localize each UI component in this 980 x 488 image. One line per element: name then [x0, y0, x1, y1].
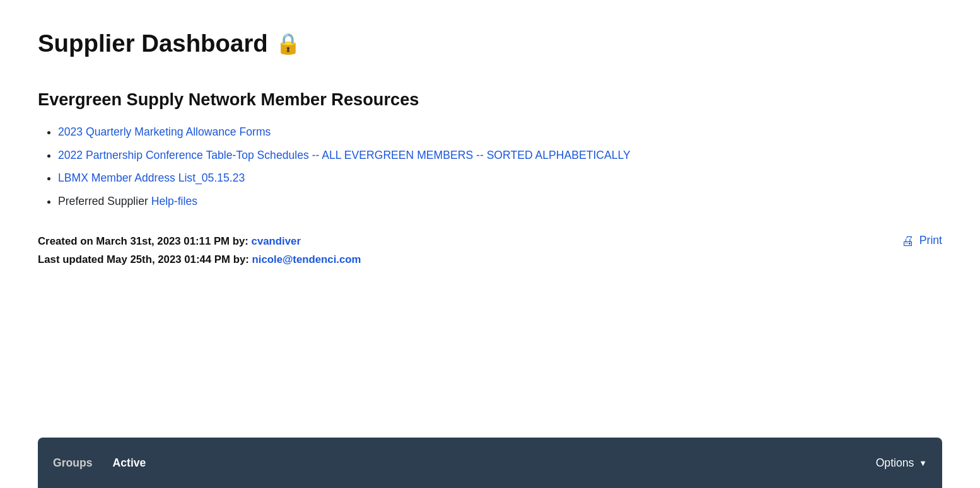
created-user[interactable]: cvandiver [252, 235, 301, 247]
resource-link-4[interactable]: Help-files [151, 195, 197, 207]
page-title-row: Supplier Dashboard 🔒 [38, 25, 942, 62]
resource-link-2[interactable]: 2022 Partnership Conference Table-Top Sc… [58, 149, 631, 161]
page-wrapper: Supplier Dashboard 🔒 Evergreen Supply Ne… [0, 0, 980, 488]
print-label: Print [919, 234, 942, 247]
printer-icon: 🖨 [901, 233, 914, 248]
lock-icon: 🔒 [276, 28, 301, 59]
list-item: 2023 Quarterly Marketing Allowance Forms [58, 124, 942, 140]
bottom-bar: Groups Active Options ▼ [38, 438, 942, 488]
updated-label: Last updated May 25th, 2023 01:44 PM by: [38, 253, 249, 265]
list-item: LBMX Member Address List_05.15.23 [58, 170, 942, 186]
bottom-bar-left: Groups Active [53, 455, 146, 471]
list-item: 2022 Partnership Conference Table-Top Sc… [58, 147, 942, 163]
resource-link-1[interactable]: 2023 Quarterly Marketing Allowance Forms [58, 125, 271, 138]
page-title: Supplier Dashboard [38, 25, 268, 62]
resource-link-3[interactable]: LBMX Member Address List_05.15.23 [58, 171, 245, 184]
options-dropdown-button[interactable]: Options ▼ [876, 456, 927, 470]
options-label: Options [876, 456, 914, 470]
chevron-down-icon: ▼ [919, 458, 927, 468]
updated-line: Last updated May 25th, 2023 01:44 PM by:… [38, 252, 942, 267]
list-item: Preferred Supplier Help-files [58, 193, 942, 209]
section-title: Evergreen Supply Network Member Resource… [38, 87, 942, 113]
updated-user[interactable]: nicole@tendenci.com [252, 253, 361, 265]
resource-list: 2023 Quarterly Marketing Allowance Forms… [38, 124, 942, 216]
print-button[interactable]: 🖨 Print [901, 233, 942, 248]
created-label: Created on March 31st, 2023 01:11 PM by: [38, 235, 248, 247]
created-line: Created on March 31st, 2023 01:11 PM by:… [38, 233, 942, 249]
meta-section: Created on March 31st, 2023 01:11 PM by:… [38, 233, 942, 270]
groups-label: Groups [53, 455, 93, 471]
active-label: Active [113, 455, 146, 471]
preferred-supplier-text: Preferred Supplier [58, 195, 151, 207]
